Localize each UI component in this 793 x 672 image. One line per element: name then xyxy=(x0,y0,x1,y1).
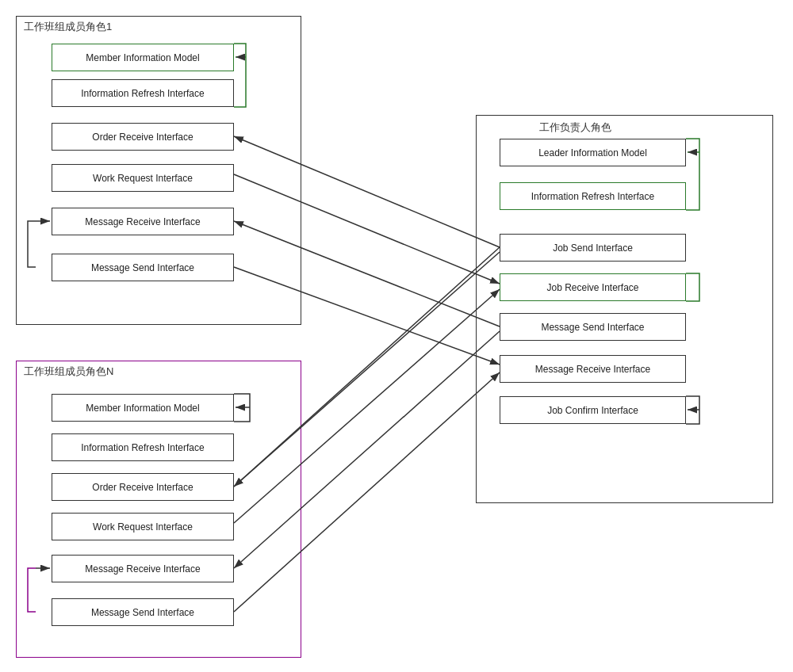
l-msg-send: Message Send Interface xyxy=(500,313,686,341)
role-member1-title: 工作班组成员角色1 xyxy=(24,20,112,34)
role-memberN-title: 工作班组成员角色N xyxy=(24,365,113,379)
role-leader xyxy=(476,115,773,503)
m1-info-refresh: Information Refresh Interface xyxy=(52,79,234,107)
diagram-container: 工作班组成员角色1 工作班组成员角色N 工作负责人角色 Member Infor… xyxy=(0,0,793,672)
l-msg-receive: Message Receive Interface xyxy=(500,355,686,383)
l-leader-info: Leader Information Model xyxy=(500,139,686,166)
m1-work-request: Work Request Interface xyxy=(52,164,234,192)
m1-order-receive: Order Receive Interface xyxy=(52,123,234,151)
l-job-receive: Job Receive Interface xyxy=(500,273,686,301)
mn-msg-receive: Message Receive Interface xyxy=(52,555,234,582)
l-info-refresh: Information Refresh Interface xyxy=(500,182,686,210)
mn-work-request: Work Request Interface xyxy=(52,513,234,540)
m1-msg-send: Message Send Interface xyxy=(52,254,234,281)
mn-order-receive: Order Receive Interface xyxy=(52,473,234,501)
l-job-send: Job Send Interface xyxy=(500,234,686,262)
m1-msg-receive: Message Receive Interface xyxy=(52,208,234,235)
mn-info-refresh: Information Refresh Interface xyxy=(52,433,234,461)
l-job-confirm: Job Confirm Interface xyxy=(500,396,686,424)
mn-member-info: Member Information Model xyxy=(52,394,234,422)
role-leader-title: 工作负责人角色 xyxy=(539,120,611,135)
mn-msg-send: Message Send Interface xyxy=(52,598,234,626)
m1-member-info: Member Information Model xyxy=(52,44,234,71)
